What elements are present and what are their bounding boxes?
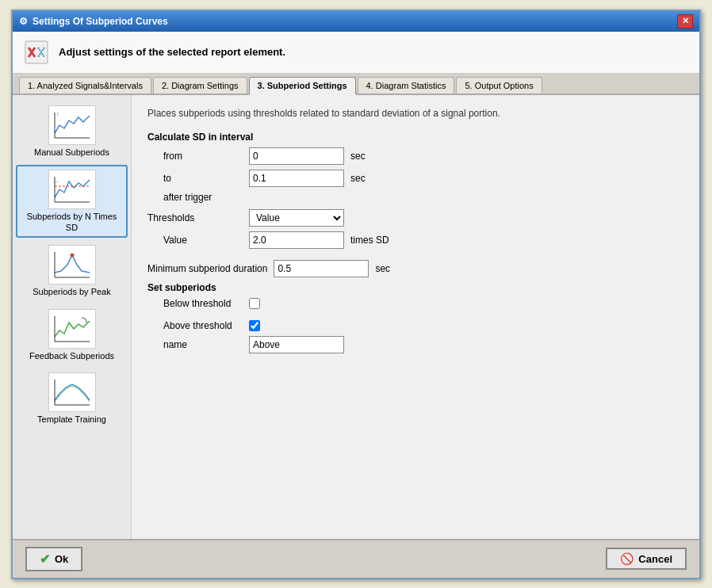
ok-label: Ok xyxy=(55,553,68,565)
svg-rect-5 xyxy=(52,174,93,205)
close-label: ✕ xyxy=(682,16,689,26)
value-unit: times SD xyxy=(350,235,389,246)
description-text: Places subperiods using thresholds relat… xyxy=(147,108,683,119)
manual-subperiods-label: Manual Subperiods xyxy=(34,147,109,158)
set-subperiods-label: Set subperiods xyxy=(147,282,683,293)
subperiods-peak-icon xyxy=(48,245,96,284)
svg-text:↕: ↕ xyxy=(56,111,59,116)
subperiods-peak-label: Subperiods by Peak xyxy=(33,286,110,297)
value-row: Value times SD xyxy=(147,231,683,249)
svg-rect-0 xyxy=(25,41,48,63)
above-threshold-row: Above threshold xyxy=(147,320,683,331)
min-duration-unit: sec xyxy=(375,263,390,274)
ok-button[interactable]: ✔ Ok xyxy=(25,547,82,571)
content-area: ↕ Manual Subperiods — Sub xyxy=(13,95,699,539)
sidebar-item-template-training[interactable]: Template Training xyxy=(16,368,128,429)
svg-rect-17 xyxy=(52,376,93,408)
calculate-sd-label: Calculate SD in interval xyxy=(147,132,683,143)
from-label: from xyxy=(147,151,243,162)
template-training-icon xyxy=(48,372,96,412)
to-input[interactable] xyxy=(249,170,344,187)
manual-subperiods-icon: ↕ xyxy=(48,105,96,145)
sidebar-item-n-times-sd[interactable]: — Subperiods by N Times SD xyxy=(16,165,128,239)
close-button[interactable]: ✕ xyxy=(677,14,693,29)
thresholds-row: Thresholds Value Percent xyxy=(147,209,683,227)
below-checkbox[interactable] xyxy=(249,298,260,309)
tab-subperiod-settings[interactable]: 3. Subperiod Settings xyxy=(249,77,356,95)
window-title: Settings Of Subperiod Curves xyxy=(33,16,168,27)
svg-point-13 xyxy=(70,254,74,258)
n-times-sd-label: Subperiods by N Times SD xyxy=(21,211,123,234)
thresholds-label: Thresholds xyxy=(147,212,243,223)
title-bar-text: ⚙ Settings Of Subperiod Curves xyxy=(19,16,168,27)
below-label: Below threshold xyxy=(147,298,243,309)
svg-text:—: — xyxy=(53,179,58,184)
tab-diagram-statistics[interactable]: 4. Diagram Statistics xyxy=(358,77,455,94)
name-label: name xyxy=(147,339,243,350)
from-unit: sec xyxy=(350,151,366,162)
title-bar: ⚙ Settings Of Subperiod Curves ✕ xyxy=(13,11,699,32)
left-panel: ↕ Manual Subperiods — Sub xyxy=(13,95,132,539)
from-row: from sec xyxy=(147,147,683,165)
after-trigger-label: after trigger xyxy=(147,192,683,203)
min-duration-input[interactable] xyxy=(274,260,369,277)
to-label: to xyxy=(147,173,243,184)
cancel-button[interactable]: 🚫 Cancel xyxy=(606,548,687,570)
value-label: Value xyxy=(147,235,243,246)
tabs-row: 1. Analyzed Signals&Intervals 2. Diagram… xyxy=(13,74,699,95)
tab-diagram-settings[interactable]: 2. Diagram Settings xyxy=(153,77,247,94)
settings-icon xyxy=(24,40,49,65)
to-unit: sec xyxy=(350,173,366,184)
ok-icon: ✔ xyxy=(40,552,50,567)
tab-output-options[interactable]: 5. Output Options xyxy=(456,77,542,94)
value-input[interactable] xyxy=(249,231,344,249)
main-window: ⚙ Settings Of Subperiod Curves ✕ Adjust … xyxy=(11,10,701,579)
cancel-icon: 🚫 xyxy=(620,552,634,565)
from-input[interactable] xyxy=(249,147,344,165)
cancel-label: Cancel xyxy=(638,553,672,565)
name-input[interactable] xyxy=(249,336,344,353)
feedback-subperiods-icon xyxy=(48,309,96,349)
bottom-bar: ✔ Ok 🚫 Cancel xyxy=(13,539,699,578)
sidebar-item-feedback-subperiods[interactable]: Feedback Subperiods xyxy=(16,305,128,365)
sidebar-item-subperiods-peak[interactable]: Subperiods by Peak xyxy=(16,241,128,301)
header-text: Adjust settings of the selected report e… xyxy=(59,46,285,58)
n-times-sd-icon: — xyxy=(48,170,96,209)
above-label: Above threshold xyxy=(147,320,243,331)
feedback-subperiods-label: Feedback Subperiods xyxy=(29,350,114,361)
below-threshold-row: Below threshold xyxy=(147,298,683,309)
thresholds-select[interactable]: Value Percent xyxy=(249,209,344,227)
name-row: name xyxy=(147,336,683,353)
right-panel: Places subperiods using thresholds relat… xyxy=(132,95,699,539)
min-duration-label: Minimum subperiod duration xyxy=(147,263,267,274)
window-icon: ⚙ xyxy=(19,16,28,27)
header-area: Adjust settings of the selected report e… xyxy=(13,32,699,74)
above-checkbox[interactable] xyxy=(249,320,260,331)
tab-analyzed-signals[interactable]: 1. Analyzed Signals&Intervals xyxy=(19,77,151,94)
sidebar-item-manual-subperiods[interactable]: ↕ Manual Subperiods xyxy=(16,101,128,162)
svg-rect-14 xyxy=(52,313,93,345)
min-duration-row: Minimum subperiod duration sec xyxy=(147,260,683,277)
to-row: to sec xyxy=(147,170,683,187)
header-icon xyxy=(22,38,51,67)
template-training-label: Template Training xyxy=(37,414,106,425)
